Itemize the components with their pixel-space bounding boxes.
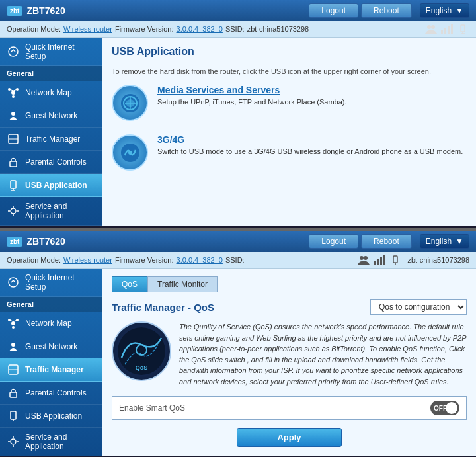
usb-icon-2: [389, 255, 402, 265]
logo-badge: zbt: [7, 6, 22, 16]
reboot-button[interactable]: Reboot: [361, 3, 412, 18]
svg-rect-2: [441, 30, 443, 34]
network-map-icon: [7, 86, 20, 99]
logo-badge-2: zbt: [7, 237, 22, 247]
reboot-button-2[interactable]: Reboot: [361, 234, 412, 249]
sidebar-item-network-map-2[interactable]: Network Map: [0, 312, 102, 335]
ssid-label-2: SSID:: [225, 256, 245, 264]
users-icon: [424, 24, 438, 34]
svg-rect-20: [10, 161, 17, 167]
svg-rect-33: [374, 261, 376, 265]
usb-icon: [456, 24, 469, 34]
sidebar-item-label: Parental Controls: [25, 388, 87, 397]
svg-point-46: [11, 343, 15, 347]
qos-title: Traffic Manager - QoS: [112, 302, 214, 313]
smart-qos-toggle[interactable]: OFF: [430, 401, 459, 415]
header-nav: Logout Reboot English ▼: [309, 3, 469, 18]
qos-header: Traffic Manager - QoS Qos to configurati…: [112, 299, 467, 315]
sidebar-item-parental-controls-2[interactable]: Parental Controls: [0, 382, 102, 405]
firmware-value-2[interactable]: 3.0.0.4_382_0: [177, 256, 223, 264]
3g4g-link[interactable]: 3G/4G: [157, 134, 463, 145]
parental-controls-icon-2: [7, 386, 20, 399]
sidebar-item-label: Traffic Manager: [25, 365, 84, 374]
operation-mode-value-2[interactable]: Wireless router: [63, 256, 112, 264]
sidebar-item-parental-controls[interactable]: Parental Controls: [0, 151, 102, 174]
qos-image: QoS: [112, 321, 171, 381]
svg-rect-49: [10, 392, 17, 397]
chevron-down-icon: ▼: [456, 6, 463, 15]
sidebar-item-quick-internet-setup[interactable]: Quick Internet Setup: [0, 38, 102, 66]
sidebar-item-guest-network[interactable]: Guest Network: [0, 104, 102, 128]
qos-content: QoS Traffic Monitor Traffic Manager - Qo…: [102, 269, 476, 456]
sidebar-section-general: General: [0, 66, 102, 81]
sidebar-item-label: Service and Application: [25, 202, 96, 220]
sidebar-item-usb-application[interactable]: USB Application: [0, 174, 102, 197]
traffic-manager-icon-2: [7, 363, 20, 376]
qos-description: The Quality of Service (QoS) ensures the…: [179, 321, 467, 387]
ssid-value-2: zbt-china51073298: [407, 256, 469, 264]
toggle-knob: [446, 402, 457, 414]
3g4g-desc: Switch to USB mode to use a 3G/4G USB wi…: [157, 147, 463, 155]
quick-setup-icon: [7, 45, 20, 58]
media-services-desc: Setup the UPnP, iTunes, FTP and Network …: [157, 98, 347, 106]
traffic-manager-icon: [7, 132, 20, 145]
sidebar-item-quick-internet-setup-2[interactable]: Quick Internet Setup: [0, 269, 102, 297]
sidebar: Quick Internet Setup General Network Map…: [0, 38, 102, 226]
sidebar-item-label: Quick Internet Setup: [25, 42, 96, 61]
sidebar-item-service-and-application[interactable]: Service and Application: [0, 197, 102, 226]
svg-rect-36: [383, 255, 385, 265]
list-item-media-services: Media Services and Servers Setup the UPn…: [112, 85, 467, 121]
sidebar-item-guest-network-2[interactable]: Guest Network: [0, 335, 102, 358]
svg-rect-35: [380, 257, 382, 265]
apply-button[interactable]: Apply: [237, 428, 341, 447]
qos-body: QoS The Quality of Service (QoS) ensures…: [112, 321, 467, 387]
page-description: To remove the hard disk from the router,…: [112, 67, 467, 75]
svg-point-40: [11, 321, 15, 325]
media-services-link[interactable]: Media Services and Servers: [157, 85, 347, 95]
language-select-2[interactable]: English ▼: [420, 234, 469, 249]
sidebar-item-traffic-manager[interactable]: Traffic Manager: [0, 128, 102, 151]
svg-rect-37: [393, 256, 397, 263]
sidebar-item-label: Guest Network: [25, 342, 77, 351]
svg-point-10: [11, 91, 15, 95]
header-top: zbt ZBT7620 Logout Reboot English ▼: [0, 0, 476, 21]
ssid-value: zbt-china51073298: [247, 25, 309, 33]
chevron-down-icon-2: ▼: [456, 237, 463, 246]
svg-point-39: [9, 278, 18, 287]
tab-qos[interactable]: QoS: [112, 276, 147, 292]
tab-bar: QoS Traffic Monitor: [112, 276, 467, 292]
svg-point-0: [427, 25, 431, 29]
smart-qos-row: Enable Smart QoS OFF: [112, 396, 467, 420]
svg-rect-3: [444, 28, 446, 34]
usb-content: USB Application To remove the hard disk …: [102, 38, 476, 226]
firmware-value[interactable]: 3.0.0.4_382_0: [177, 25, 223, 33]
sidebar-item-label: USB Application: [25, 181, 87, 190]
svg-point-24: [11, 208, 16, 214]
language-select[interactable]: English ▼: [420, 3, 469, 18]
app-title: ZBT7620: [26, 5, 65, 16]
sidebar-item-traffic-manager-2[interactable]: Traffic Manager: [0, 358, 102, 382]
3g4g-text: 3G/4G Switch to USB mode to use a 3G/4G …: [157, 134, 463, 155]
tab-traffic-monitor[interactable]: Traffic Monitor: [147, 276, 218, 292]
usb-application-icon: [7, 179, 20, 192]
service-icon-2: [7, 435, 20, 448]
logout-button[interactable]: Logout: [309, 3, 358, 18]
svg-point-17: [11, 112, 15, 116]
svg-text:QoS: QoS: [136, 364, 148, 371]
svg-point-43: [12, 326, 15, 329]
svg-rect-34: [377, 259, 379, 265]
sidebar-item-network-map[interactable]: Network Map: [0, 81, 102, 104]
sidebar-item-usb-application-2[interactable]: USB Application: [0, 405, 102, 428]
toggle-track[interactable]: OFF: [430, 401, 459, 415]
logout-button-2[interactable]: Logout: [309, 234, 358, 249]
operation-mode-label: Operation Mode:: [7, 25, 61, 33]
operation-mode-value[interactable]: Wireless router: [63, 25, 112, 33]
app-title-2: ZBT7620: [26, 236, 65, 247]
guest-network-icon-2: [7, 340, 20, 353]
sidebar-section-general-2: General: [0, 297, 102, 312]
guest-network-icon: [7, 109, 20, 122]
qos-config-dropdown[interactable]: Qos to configuration: [370, 299, 467, 315]
list-item-3g4g: 3G/4G Switch to USB mode to use a 3G/4G …: [112, 134, 467, 171]
parental-controls-icon: [7, 155, 20, 169]
sidebar-item-service-and-application-2[interactable]: Service and Application: [0, 428, 102, 456]
